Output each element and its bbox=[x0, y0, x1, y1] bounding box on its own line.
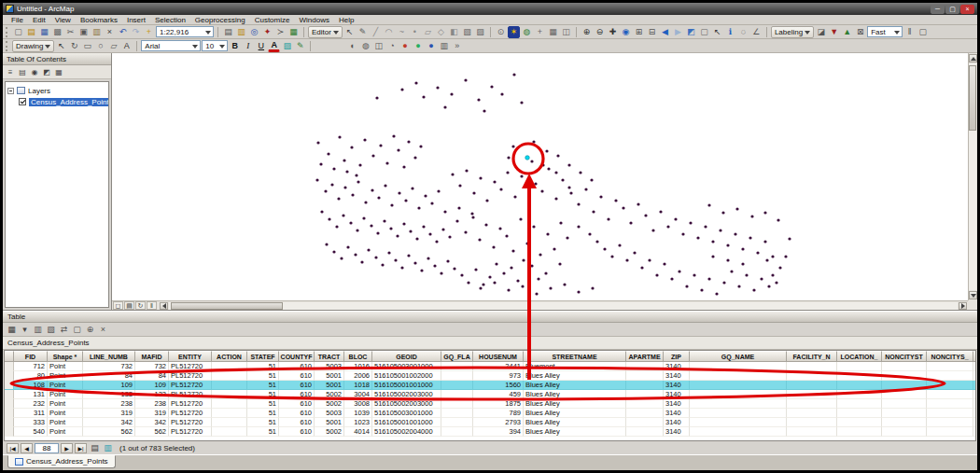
symbol-green-icon[interactable]: ● bbox=[412, 40, 424, 52]
select-by-attributes-icon[interactable]: ▧ bbox=[45, 324, 57, 336]
delete-icon[interactable]: × bbox=[104, 26, 116, 38]
refresh-view-icon[interactable]: ↻ bbox=[135, 301, 146, 310]
zoom-to-selected-icon[interactable]: ⊕ bbox=[84, 324, 96, 336]
polygon-tool-icon[interactable]: ▱ bbox=[107, 40, 119, 52]
edit-sketch-icon[interactable]: ✎ bbox=[357, 26, 369, 38]
related-tables-icon[interactable]: ▥ bbox=[32, 324, 44, 336]
list-by-visibility-icon[interactable]: ◉ bbox=[29, 66, 40, 77]
column-header-geoid[interactable]: GEOID bbox=[372, 351, 441, 362]
column-header-apartme[interactable]: APARTME bbox=[626, 351, 664, 362]
map-vertical-scrollbar[interactable] bbox=[968, 53, 977, 300]
menu-bookmarks[interactable]: Bookmarks bbox=[76, 16, 122, 24]
label-priority-icon[interactable]: ▼ bbox=[828, 26, 840, 38]
table-options-arrow-icon[interactable]: ▾ bbox=[19, 324, 31, 336]
open-table-icon[interactable]: ▦ bbox=[547, 26, 559, 38]
menu-file[interactable]: File bbox=[7, 16, 28, 24]
rectangle-tool-icon[interactable]: ▭ bbox=[81, 40, 93, 52]
column-header-bloc[interactable]: BLOC bbox=[344, 351, 372, 362]
copy-icon[interactable]: ▣ bbox=[77, 26, 90, 38]
show-selected-records-icon[interactable]: ▥ bbox=[102, 442, 114, 454]
horizontal-scroll-track[interactable] bbox=[169, 302, 958, 310]
map-canvas[interactable] bbox=[112, 53, 968, 300]
menu-customize[interactable]: Customize bbox=[250, 16, 295, 24]
fast-combo[interactable]: Fast bbox=[867, 26, 903, 37]
back-extent-icon[interactable]: ◀ bbox=[659, 26, 671, 38]
scroll-left-button[interactable] bbox=[160, 302, 168, 310]
swipe-icon[interactable]: ◫ bbox=[372, 40, 385, 52]
add-basemap-icon[interactable]: ◍ bbox=[521, 26, 533, 38]
toc-window-icon[interactable]: ▤ bbox=[222, 26, 234, 38]
last-record-button[interactable]: ▶| bbox=[75, 443, 87, 453]
menu-insert[interactable]: Insert bbox=[122, 16, 150, 24]
switch-selection-icon[interactable]: ⇄ bbox=[58, 324, 70, 336]
undo-icon[interactable]: ↶ bbox=[117, 26, 129, 38]
circle-tool-icon[interactable]: ○ bbox=[94, 40, 106, 52]
select-elements-arrow-icon[interactable]: ↖ bbox=[55, 40, 67, 52]
menu-edit[interactable]: Edit bbox=[28, 16, 50, 24]
find-icon[interactable]: ◌ bbox=[737, 26, 749, 38]
record-number-input[interactable] bbox=[35, 443, 59, 453]
edit-arrow-icon[interactable]: ↖ bbox=[343, 26, 356, 38]
map-horizontal-scrollbar[interactable]: ◻▤↻‖ bbox=[112, 300, 968, 310]
chart-icon[interactable]: ▥ bbox=[438, 40, 450, 52]
column-header-gq-fla[interactable]: GQ_FLA bbox=[441, 351, 473, 362]
minimize-button[interactable]: ─ bbox=[931, 5, 945, 14]
menu-geoprocessing[interactable]: Geoprocessing bbox=[190, 16, 250, 24]
label-manager-icon[interactable]: ◪ bbox=[815, 26, 827, 38]
basemap-icon[interactable]: ✶ bbox=[508, 26, 520, 38]
map-view[interactable]: ◻▤↻‖ bbox=[112, 53, 977, 310]
row-selector[interactable] bbox=[5, 427, 14, 437]
font-size-combo[interactable]: 10 bbox=[202, 40, 228, 51]
fixed-zoom-in-icon[interactable]: ⊞ bbox=[633, 26, 645, 38]
edit-vertices-icon[interactable]: ▱ bbox=[422, 26, 434, 38]
delete-selected-icon[interactable]: × bbox=[97, 324, 109, 336]
python-window-icon[interactable]: ≻ bbox=[274, 26, 287, 38]
italic-button[interactable]: I bbox=[242, 40, 254, 52]
clear-selection-icon[interactable]: ▢ bbox=[71, 324, 83, 336]
menu-windows[interactable]: Windows bbox=[294, 16, 333, 24]
show-all-records-icon[interactable]: ▤ bbox=[89, 442, 101, 454]
trace-tool-icon[interactable]: ~ bbox=[396, 26, 408, 38]
column-header-noncitys[interactable]: NONCITYS_ bbox=[927, 351, 973, 362]
search-window-icon[interactable]: ◎ bbox=[248, 26, 260, 38]
measure-icon[interactable]: ∠ bbox=[750, 26, 763, 38]
column-header-statef[interactable]: STATEF bbox=[247, 351, 279, 362]
layer-name[interactable]: Census_Address_Points bbox=[29, 98, 109, 106]
list-by-drawing-order-icon[interactable]: ≡ bbox=[5, 66, 16, 77]
list-by-source-icon[interactable]: ▤ bbox=[17, 66, 28, 77]
redo-icon[interactable]: ↷ bbox=[130, 26, 142, 38]
symbol-blue-icon[interactable]: ● bbox=[425, 40, 437, 52]
vertical-scroll-thumb[interactable] bbox=[969, 65, 976, 131]
column-header-m[interactable]: M bbox=[973, 351, 975, 362]
catalog-window-icon[interactable]: ▥ bbox=[235, 26, 247, 38]
column-header-line-numb[interactable]: LINE_NUMB bbox=[83, 351, 135, 362]
close-button[interactable]: × bbox=[960, 5, 974, 14]
new-map-icon[interactable]: ▢ bbox=[12, 26, 24, 38]
row-selector[interactable] bbox=[5, 381, 14, 390]
table-row-fid-540[interactable]: 540Point562562PL512720516105002401451610… bbox=[5, 427, 975, 437]
modelbuilder-icon[interactable]: ▦ bbox=[287, 26, 300, 38]
editor-dropdown[interactable]: Editor bbox=[308, 26, 343, 38]
drawing-dropdown[interactable]: Drawing bbox=[12, 40, 54, 52]
toolbar-overflow-icon[interactable]: » bbox=[451, 40, 463, 52]
straight-segment-icon[interactable]: ╱ bbox=[370, 26, 382, 38]
cut-polygons-icon[interactable]: ◧ bbox=[448, 26, 460, 38]
table-tab[interactable]: Census_Address_Points bbox=[7, 455, 116, 468]
first-record-button[interactable]: |◀ bbox=[7, 443, 19, 453]
labeling-dropdown[interactable]: Labeling bbox=[771, 26, 814, 38]
select-elements-icon[interactable]: ↖ bbox=[711, 26, 723, 38]
toolbar-grip[interactable] bbox=[6, 27, 8, 37]
column-header-fid[interactable]: FID bbox=[14, 351, 48, 362]
identify-icon[interactable]: ℹ bbox=[724, 26, 736, 38]
arc-segment-icon[interactable]: ◠ bbox=[383, 26, 395, 38]
attributes-window-icon[interactable]: ▧ bbox=[461, 26, 473, 38]
pause-labeling-icon[interactable]: ‖ bbox=[903, 26, 916, 38]
table-row-fid-311[interactable]: 311Point319319PL512720516105003103951610… bbox=[5, 409, 975, 418]
column-header-location[interactable]: LOCATION_ bbox=[837, 351, 882, 362]
column-header-noncityst[interactable]: NONCITYST bbox=[882, 351, 927, 362]
pause-drawing-icon[interactable]: ‖ bbox=[147, 301, 157, 310]
menu-selection[interactable]: Selection bbox=[150, 16, 190, 24]
scroll-up-button[interactable] bbox=[969, 54, 977, 63]
paste-icon[interactable]: ▥ bbox=[91, 26, 103, 38]
layer-visibility-checkbox[interactable] bbox=[19, 98, 26, 105]
